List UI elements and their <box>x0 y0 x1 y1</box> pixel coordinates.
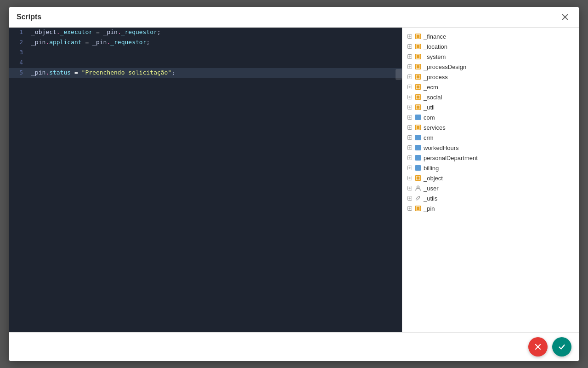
code-line-4: 4 <box>9 58 402 68</box>
code-line-3: 3 <box>9 48 402 58</box>
close-button[interactable] <box>559 11 571 23</box>
expand-icon-processdesign <box>406 63 413 70</box>
svg-rect-58 <box>415 145 421 150</box>
tree-item-label: _system <box>424 53 446 60</box>
tree-item-label: _finance <box>424 33 446 40</box>
expand-icon-system <box>406 53 413 60</box>
expand-icon-billing <box>406 164 413 172</box>
expand-icon-finance <box>406 33 413 40</box>
expand-icon-pin <box>406 205 413 212</box>
confirm-button[interactable] <box>552 337 571 356</box>
svg-point-75 <box>417 186 419 188</box>
tree-item-label: _process <box>424 74 448 80</box>
package-icon <box>414 33 422 40</box>
cancel-button[interactable] <box>528 337 548 356</box>
tree-item-finance[interactable]: _finance <box>402 31 579 41</box>
code-line-1: 1 _object._executor = _pin._requestor; <box>9 28 402 38</box>
svg-rect-62 <box>415 155 421 161</box>
svg-rect-66 <box>415 165 421 171</box>
expand-icon-workedhours <box>406 144 413 151</box>
line-content-1: _object._executor = _pin._requestor; <box>28 28 402 38</box>
cube-icon <box>414 114 422 121</box>
dialog-body: 1 _object._executor = _pin._requestor; 2… <box>9 28 579 332</box>
tree-item-personaldepartment[interactable]: personalDepartment <box>402 153 579 163</box>
tree-item-label: personalDepartment <box>424 155 478 161</box>
expand-icon-utils <box>406 195 413 202</box>
tree-item-com[interactable]: com <box>402 112 579 122</box>
expand-icon-process <box>406 73 413 80</box>
package-icon <box>414 63 422 70</box>
person-icon <box>414 184 422 192</box>
package-icon <box>414 53 422 60</box>
tree-item-social[interactable]: _social <box>402 92 579 102</box>
tree-item-label: _ecm <box>424 84 438 91</box>
tree-item-utils[interactable]: _utils <box>402 193 579 203</box>
line-content-4 <box>28 58 402 68</box>
expand-icon-services <box>406 124 413 131</box>
line-number-3: 3 <box>9 48 28 58</box>
dialog-title: Scripts <box>17 13 41 21</box>
tree-panel[interactable]: _finance _location _system <box>402 28 579 332</box>
tree-item-label: crm <box>424 134 434 141</box>
scroll-indicator <box>396 69 402 80</box>
expand-icon-ecm <box>406 83 413 91</box>
tree-item-label: services <box>424 124 446 131</box>
dialog-footer <box>9 332 579 361</box>
cube-icon <box>414 164 422 172</box>
tree-item-services[interactable]: services <box>402 122 579 132</box>
expand-icon-com <box>406 114 413 121</box>
expand-icon-util <box>406 104 413 111</box>
dialog-header: Scripts <box>9 7 579 28</box>
tree-item-system[interactable]: _system <box>402 52 579 62</box>
tree-item-label: billing <box>424 165 439 172</box>
tree-item-label: _location <box>424 43 447 50</box>
tree-item-object[interactable]: _object <box>402 173 579 183</box>
svg-rect-45 <box>415 115 421 120</box>
tree-item-label: _social <box>424 94 442 101</box>
expand-icon-object <box>406 174 413 182</box>
wrench-icon <box>414 195 422 202</box>
code-editor[interactable]: 1 _object._executor = _pin._requestor; 2… <box>9 28 402 332</box>
svg-rect-54 <box>415 135 421 140</box>
cube-icon <box>414 134 422 141</box>
line-number-5: 5 <box>9 68 28 78</box>
tree-item-crm[interactable]: crm <box>402 132 579 143</box>
line-content-5: _pin.status = "Preenchendo solicitação"; <box>28 68 402 78</box>
line-content-2: _pin.applicant = _pin._requestor; <box>28 38 402 48</box>
package-icon <box>414 73 422 80</box>
line-content-3 <box>28 48 402 58</box>
tree-item-label: com <box>424 114 435 121</box>
tree-item-label: _processDesign <box>424 63 466 70</box>
tree-item-label: _pin <box>424 205 435 212</box>
cube-icon <box>414 154 422 161</box>
tree-item-label: _user <box>424 185 439 192</box>
tree-item-label: _utils <box>424 195 437 202</box>
package-icon <box>414 83 422 91</box>
package-icon <box>414 43 422 50</box>
tree-item-ecm[interactable]: _ecm <box>402 82 579 92</box>
tree-item-billing[interactable]: billing <box>402 163 579 173</box>
line-number-1: 1 <box>9 28 28 38</box>
expand-icon-location <box>406 43 413 50</box>
expand-icon-user <box>406 184 413 192</box>
expand-icon-personaldepartment <box>406 154 413 161</box>
tree-item-user[interactable]: _user <box>402 183 579 193</box>
tree-item-process[interactable]: _process <box>402 72 579 82</box>
tree-item-location[interactable]: _location <box>402 41 579 52</box>
tree-item-pin[interactable]: _pin <box>402 203 579 213</box>
package-icon <box>414 205 422 212</box>
line-number-2: 2 <box>9 38 28 48</box>
package-icon <box>414 124 422 131</box>
tree-item-label: _object <box>424 175 443 182</box>
tree-item-label: workedHours <box>424 144 459 151</box>
tree-item-util[interactable]: _util <box>402 102 579 112</box>
line-number-4: 4 <box>9 58 28 68</box>
code-table: 1 _object._executor = _pin._requestor; 2… <box>9 28 402 78</box>
cube-icon <box>414 144 422 151</box>
expand-icon-crm <box>406 134 413 141</box>
code-line-2: 2 _pin.applicant = _pin._requestor; <box>9 38 402 48</box>
tree-item-label: _util <box>424 104 435 111</box>
tree-item-workedhours[interactable]: workedHours <box>402 143 579 153</box>
package-icon <box>414 174 422 182</box>
tree-item-processdesign[interactable]: _processDesign <box>402 62 579 72</box>
